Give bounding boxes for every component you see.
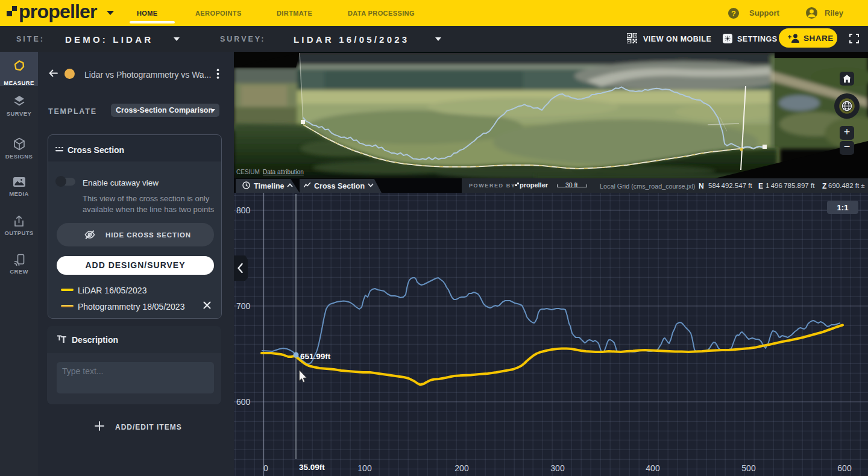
svg-text:600: 600 bbox=[236, 397, 251, 407]
svg-text:100: 100 bbox=[357, 463, 372, 473]
svg-text:200: 200 bbox=[454, 463, 469, 473]
svg-text:0: 0 bbox=[263, 463, 268, 473]
svg-text:35.09ft: 35.09ft bbox=[299, 463, 325, 472]
svg-text:500: 500 bbox=[741, 463, 756, 473]
svg-text:800: 800 bbox=[236, 205, 251, 215]
svg-text:300: 300 bbox=[550, 463, 565, 473]
svg-text:600: 600 bbox=[837, 463, 852, 473]
svg-text:CESIUM: CESIUM bbox=[236, 169, 260, 175]
svg-text:?: ? bbox=[731, 9, 736, 18]
svg-text:700: 700 bbox=[236, 301, 251, 311]
svg-text:400: 400 bbox=[646, 463, 660, 473]
svg-text:1:1: 1:1 bbox=[837, 203, 849, 212]
svg-text:651.99ft: 651.99ft bbox=[300, 352, 331, 361]
svg-text:Data attribution: Data attribution bbox=[263, 169, 304, 175]
